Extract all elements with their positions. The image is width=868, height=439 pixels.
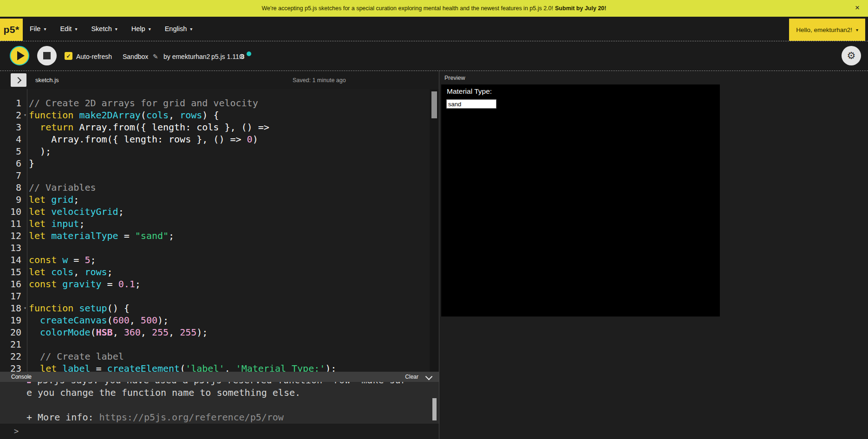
code-token: ; (90, 254, 96, 265)
console-input-row[interactable]: > (0, 424, 439, 439)
notification-dot (247, 52, 251, 56)
reference-url[interactable]: https://p5js.org/reference/p5/row (99, 412, 284, 423)
sketch-canvas[interactable]: Material Type: (441, 84, 720, 316)
console-line: ✿ p5.js says: you have used a p5.js rese… (26, 382, 439, 387)
console-text: + More info: (26, 412, 99, 423)
code-line[interactable]: 14const w = 5; (0, 254, 439, 266)
tab-sketch-js[interactable]: sketch.js (35, 77, 59, 84)
code-line[interactable]: 21 (0, 338, 439, 350)
code-line[interactable]: 16const gravity = 0.1; (0, 278, 439, 290)
code-line[interactable]: 17 (0, 290, 439, 302)
code-line[interactable]: 22 // Create label (0, 350, 439, 362)
line-number: 17 (0, 290, 21, 302)
code-line[interactable]: 10let velocityGrid; (0, 206, 439, 218)
code-line[interactable]: 13 (0, 242, 439, 254)
code-token: ); (29, 146, 51, 157)
code-token: let (29, 206, 46, 217)
banner-text: We're accepting p5.js sketches for a spe… (262, 5, 554, 12)
code-token: let (29, 266, 46, 278)
fold-arrow-icon[interactable]: ▾ (21, 302, 29, 314)
banner-cta[interactable]: Submit by July 20! (555, 5, 606, 12)
menu-help[interactable]: Help▾ (131, 25, 151, 32)
code-token: 'label' (185, 363, 224, 372)
close-icon[interactable]: × (855, 3, 860, 13)
code-line[interactable]: 12let materialType = "sand"; (0, 230, 439, 242)
code-token: ; (169, 230, 174, 241)
auto-refresh-checkbox[interactable]: ✓ (65, 52, 72, 60)
console-text: p5.js says: you have used a p5.js reserv… (32, 382, 406, 386)
code-token (29, 327, 40, 338)
code-line[interactable]: 23 let label = createElement('label', 'M… (0, 362, 439, 372)
code-line[interactable]: 2▾function make2DArray(cols, rows) { (0, 109, 439, 121)
code-token: Array.from({ length: cols }, () => (73, 122, 269, 133)
editor-scrollbar-thumb[interactable] (431, 91, 437, 118)
console-scrollbar-thumb[interactable] (432, 398, 437, 420)
code-token: // Create label (40, 351, 124, 362)
play-button[interactable] (10, 46, 29, 65)
stop-icon (43, 52, 51, 59)
header: p5* File▾Edit▾Sketch▾Help▾English▾ Hello… (0, 17, 868, 41)
code-line[interactable]: 9let grid; (0, 194, 439, 206)
code-line[interactable]: 20 colorMode(HSB, 360, 255, 255); (0, 326, 439, 338)
p5-logo[interactable]: p5* (0, 19, 23, 41)
code-token: ( (107, 315, 113, 326)
project-author: by emekturhan2 (163, 53, 210, 60)
console-clear-button[interactable]: Clear (405, 374, 418, 380)
code-line[interactable]: 11let input; (0, 218, 439, 230)
code-token: HSB (96, 327, 113, 338)
code-token: let (29, 218, 46, 229)
code-token: // Variables (29, 182, 96, 193)
code-line[interactable]: 1// Create 2D arrays for grid and veloci… (0, 97, 439, 109)
edit-pencil-icon[interactable]: ✎ (153, 53, 158, 60)
chevron-down-icon: ▾ (115, 26, 117, 32)
settings-button[interactable]: ⚙ (842, 46, 861, 65)
code-line[interactable]: 4 Array.from({ length: rows }, () => 0) (0, 133, 439, 145)
code-token: createElement (107, 363, 180, 372)
fold-arrow-icon[interactable]: ▾ (21, 109, 29, 121)
stop-button[interactable] (37, 46, 57, 65)
chevron-down-icon: ▾ (190, 26, 192, 32)
code-token: () { (107, 303, 130, 314)
console-text: e you change the function name to someth… (26, 387, 300, 398)
code-token: ; (73, 194, 79, 205)
code-token (29, 363, 40, 372)
menu-file[interactable]: File▾ (30, 25, 46, 32)
code-token: 'Material Type:' (236, 363, 326, 372)
menu-label: Sketch (91, 25, 111, 32)
code-line[interactable]: 18▾function setup() { (0, 302, 439, 314)
console-title: Console (11, 374, 32, 380)
sidebar-expand-button[interactable] (11, 73, 26, 87)
code-line[interactable]: 15let cols, rows; (0, 266, 439, 278)
code-line[interactable]: 5 ); (0, 145, 439, 157)
menu-label: Help (131, 25, 145, 32)
code-line[interactable]: 8// Variables (0, 181, 439, 194)
console-collapse-chevron-icon[interactable] (425, 373, 433, 381)
line-number: 16 (0, 278, 21, 290)
code-token: , (169, 327, 180, 338)
auto-refresh-label[interactable]: Auto-refresh (76, 53, 112, 60)
code-token: ); (157, 315, 169, 326)
code-line[interactable]: 19 createCanvas(600, 500); (0, 314, 439, 326)
user-greeting: Hello, emekturhan2! (796, 26, 852, 33)
menu-edit[interactable]: Edit▾ (60, 25, 77, 32)
project-name[interactable]: Sandbox (123, 53, 148, 60)
line-number: 7 (0, 169, 21, 181)
version-gear-icon[interactable]: ⚙ (239, 52, 245, 61)
code-token: ) (253, 134, 258, 145)
code-token: } (29, 158, 34, 169)
code-token: ) { (202, 110, 219, 121)
editor-scrollbar-track[interactable] (430, 89, 439, 372)
code-editor[interactable]: 1// Create 2D arrays for grid and veloci… (0, 89, 439, 372)
user-menu-button[interactable]: Hello, emekturhan2! ▾ (789, 19, 865, 41)
code-line[interactable]: 6} (0, 157, 439, 169)
code-token: 600 (113, 315, 130, 326)
code-token: grid (51, 194, 73, 205)
code-line[interactable]: 3 return Array.from({ length: cols }, ()… (0, 121, 439, 133)
menu-language[interactable]: English▾ (165, 25, 193, 32)
code-token: Array.from({ length: rows }, () => (29, 134, 247, 145)
menu-label: Edit (60, 25, 72, 32)
material-type-input[interactable] (446, 99, 496, 109)
code-token: cols (51, 266, 73, 278)
code-line[interactable]: 7 (0, 169, 439, 181)
menu-sketch[interactable]: Sketch▾ (91, 25, 117, 32)
